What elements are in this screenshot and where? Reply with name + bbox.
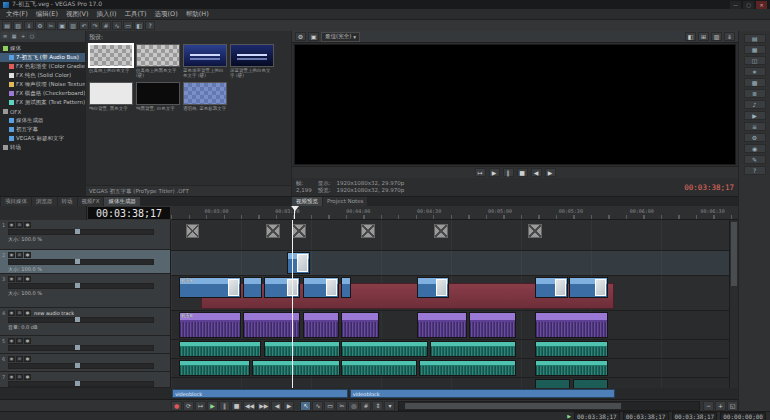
- tree-item[interactable]: 初五字幕: [0, 125, 85, 134]
- preview-pause-button[interactable]: ‖: [503, 168, 514, 177]
- dock-project-media-icon[interactable]: ▦: [744, 45, 766, 54]
- track-header[interactable]: 5 ◉ ⊘ ● 音量: 0.0 dB: [0, 336, 170, 354]
- menu-item[interactable]: 工具(T): [121, 10, 151, 19]
- status-timecode[interactable]: 00:00:00;00: [720, 412, 766, 420]
- track-lane[interactable]: [171, 378, 729, 388]
- save-snapshot-icon[interactable]: ⇓: [724, 32, 735, 41]
- track-automation-button[interactable]: ◉: [8, 374, 15, 380]
- menu-item[interactable]: 视图(V): [62, 10, 93, 19]
- preset-item[interactable]: 仿真格上的白色文字: [89, 44, 133, 79]
- snap-toggle-button[interactable]: #: [360, 401, 371, 411]
- track-solo-button[interactable]: ●: [24, 222, 31, 228]
- clip-bluehalf[interactable]: [341, 277, 351, 298]
- timeline-vertical-scrollbar[interactable]: [729, 220, 738, 388]
- clip-bluehalf[interactable]: [535, 277, 567, 298]
- clip-teal[interactable]: [430, 341, 516, 357]
- track-mute-button[interactable]: ⊘: [16, 356, 23, 362]
- clip-teal[interactable]: [341, 360, 417, 376]
- track-header[interactable]: 7 ◉ ⊘ ● 音量: 0.0 dB: [0, 372, 170, 388]
- record-button[interactable]: ●: [171, 401, 182, 411]
- dock-edit-details-icon[interactable]: ≡: [744, 122, 766, 131]
- clip-purple[interactable]: [341, 312, 378, 338]
- snapping-icon[interactable]: #: [101, 21, 111, 30]
- track-lane[interactable]: 初五8: [171, 276, 729, 311]
- dock-tab[interactable]: Project Notes: [323, 197, 367, 206]
- dock-video-fx-icon[interactable]: ∗: [744, 67, 766, 76]
- auto-crossfade-icon[interactable]: ∿: [112, 21, 122, 30]
- tree-item[interactable]: FX 纯色 (Solid Color): [0, 71, 85, 80]
- clip-bluehalf[interactable]: [569, 277, 608, 298]
- track-mute-button[interactable]: ⊘: [16, 374, 23, 380]
- clip-xfade[interactable]: [361, 224, 375, 238]
- menu-item[interactable]: 文件(F): [2, 10, 32, 19]
- tree-item[interactable]: 转场: [0, 143, 85, 152]
- redo-icon[interactable]: ↷: [90, 21, 100, 30]
- tree-item[interactable]: VEGAS 标题和文字: [0, 134, 85, 143]
- clip-teal[interactable]: [264, 341, 340, 357]
- minimize-button[interactable]: —: [730, 1, 741, 9]
- close-button[interactable]: ✕: [756, 1, 767, 9]
- split-tool-button[interactable]: ✂: [336, 401, 347, 411]
- dock-explorer-icon[interactable]: ▤: [744, 34, 766, 43]
- preset-item[interactable]: 透明格, 蓝色标题文字: [183, 82, 227, 117]
- maximize-button[interactable]: ▢: [743, 1, 754, 9]
- clip-teal[interactable]: [252, 360, 340, 376]
- track-level-slider[interactable]: [8, 381, 154, 387]
- track-mute-button[interactable]: ⊘: [16, 310, 23, 316]
- prev-frame-button[interactable]: ◀: [271, 401, 282, 411]
- tree-item[interactable]: FX 测试图案 (Test Pattern): [0, 98, 85, 107]
- track-mute-button[interactable]: ⊘: [16, 276, 23, 282]
- clip-bluehalf[interactable]: [417, 277, 449, 298]
- preview-next-frame-button[interactable]: ▶: [545, 168, 556, 177]
- track-lane[interactable]: [171, 220, 729, 251]
- next-frame-button[interactable]: ▶: [283, 401, 294, 411]
- dock-project-notes-icon[interactable]: ✎: [744, 155, 766, 164]
- dock-tab[interactable]: 媒体生成器: [104, 197, 140, 206]
- new-project-icon[interactable]: ▤: [2, 21, 12, 30]
- project-properties-icon[interactable]: ⚙: [35, 21, 45, 30]
- preview-project-properties-icon[interactable]: ⚙: [295, 32, 306, 41]
- dock-tab[interactable]: 转场: [58, 197, 77, 206]
- clip-xfade[interactable]: [186, 224, 200, 238]
- track-lane[interactable]: [171, 340, 729, 359]
- preset-item[interactable]: 蓝色渐变背景上的白色文字 (硬): [183, 44, 227, 79]
- new-preset-icon[interactable]: +: [19, 32, 27, 39]
- timeline-tracks-area[interactable]: 初五8初五8: [171, 220, 729, 388]
- pause-button[interactable]: ‖: [219, 401, 230, 411]
- open-project-icon[interactable]: ▧: [13, 21, 23, 30]
- dock-transitions-icon[interactable]: ◫: [744, 56, 766, 65]
- scrollbar-thumb[interactable]: [405, 403, 621, 409]
- clip-purple[interactable]: [303, 312, 339, 338]
- track-lane[interactable]: [171, 359, 729, 378]
- track-mute-button[interactable]: ⊘: [16, 252, 23, 258]
- videoblock-event[interactable]: videoblock: [350, 389, 615, 398]
- track-solo-button[interactable]: ●: [24, 310, 31, 316]
- clip-teal[interactable]: [419, 360, 517, 376]
- zoom-edit-tool-button[interactable]: ◎: [348, 401, 359, 411]
- dock-master-bus-icon[interactable]: ♪: [744, 100, 766, 109]
- clip-teal[interactable]: [179, 360, 250, 376]
- preset-item[interactable]: 深蓝背景上的白色文字 (硬): [230, 44, 274, 79]
- video-preview-screen[interactable]: [294, 44, 736, 165]
- clip-bluehalf[interactable]: [303, 277, 339, 298]
- tree-item[interactable]: OFX: [0, 107, 85, 116]
- zoom-in-time-button[interactable]: +: [715, 401, 726, 411]
- track-level-slider[interactable]: [8, 229, 154, 235]
- play-button[interactable]: ▶: [207, 401, 218, 411]
- track-automation-button[interactable]: ◉: [8, 356, 15, 362]
- timeline-horizontal-scrollbar[interactable]: [398, 401, 700, 411]
- clip-bluehalf[interactable]: [243, 277, 262, 298]
- auto-ripple-icon[interactable]: ▭: [123, 21, 133, 30]
- zoom-tool-button[interactable]: ◱: [727, 401, 738, 411]
- track-level-slider[interactable]: [8, 363, 154, 369]
- track-automation-button[interactable]: ◉: [8, 338, 15, 344]
- dock-video-preview-icon[interactable]: ▶: [744, 111, 766, 120]
- preview-quality-dropdown[interactable]: 最佳(完全) ▾: [321, 32, 360, 42]
- go-to-start-button[interactable]: ◀◀: [243, 401, 256, 411]
- status-timecode[interactable]: 00:03:38;17: [672, 412, 718, 420]
- expand-track-layers-button[interactable]: ⇕: [372, 401, 383, 411]
- tree-item[interactable]: 媒体生成器: [0, 116, 85, 125]
- copy-icon[interactable]: ▣: [57, 21, 67, 30]
- loop-playback-button[interactable]: ⟳: [183, 401, 194, 411]
- clip-tealdark[interactable]: [573, 379, 608, 388]
